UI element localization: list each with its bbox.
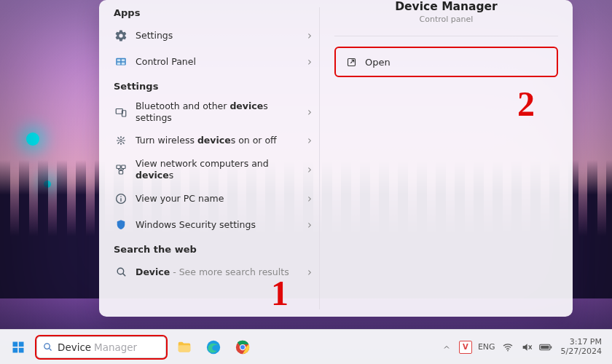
chevron-right-icon: › xyxy=(307,266,313,279)
preview-subtitle: Control panel xyxy=(320,15,573,24)
pinned-edge[interactable] xyxy=(203,336,224,358)
devices-icon xyxy=(112,103,130,121)
section-title-apps: Apps xyxy=(109,4,319,23)
result-view-pc-name[interactable]: View your PC name › xyxy=(109,186,319,212)
open-external-icon xyxy=(345,55,358,68)
chevron-right-icon: › xyxy=(307,163,313,176)
svg-rect-32 xyxy=(550,346,552,348)
result-wireless-toggle[interactable]: Turn wireless devices on or off › xyxy=(109,127,319,154)
result-label: View network computers and devices xyxy=(136,158,302,181)
edge-icon xyxy=(205,339,221,355)
windows-logo-icon xyxy=(11,340,26,355)
tray-date: 5/27/2024 xyxy=(561,347,602,357)
svg-rect-2 xyxy=(122,59,125,61)
svg-point-28 xyxy=(507,349,509,351)
svg-line-15 xyxy=(122,274,125,277)
chevron-right-icon: › xyxy=(307,134,313,147)
chevron-right-icon: › xyxy=(307,218,313,232)
taskbar: Manager V ENG xyxy=(0,329,612,364)
svg-rect-18 xyxy=(19,341,24,347)
pinned-file-explorer[interactable] xyxy=(173,336,195,358)
svg-rect-33 xyxy=(541,345,549,349)
result-label: Turn wireless devices on or off xyxy=(136,135,302,146)
tray-chevron-icon[interactable] xyxy=(440,341,453,354)
svg-rect-10 xyxy=(119,170,122,174)
chevron-right-icon: › xyxy=(307,29,313,42)
search-ghost-suggestion: Manager xyxy=(94,341,137,353)
airplane-mode-icon xyxy=(112,132,130,149)
tray-volume-icon[interactable] xyxy=(520,341,533,354)
svg-rect-5 xyxy=(116,108,122,114)
svg-rect-4 xyxy=(122,63,125,65)
svg-rect-20 xyxy=(19,347,24,352)
result-network-computers[interactable]: View network computers and devices › xyxy=(109,154,319,185)
result-label: Settings xyxy=(136,30,302,41)
preview-title: Device Manager xyxy=(320,0,573,13)
svg-point-7 xyxy=(120,140,122,142)
results-left-column: Apps Settings › Control Panel › Settings… xyxy=(99,0,319,317)
tray-unikey-icon[interactable]: V xyxy=(459,341,472,354)
tray-language[interactable]: ENG xyxy=(478,342,495,352)
section-title-settings: Settings xyxy=(109,78,319,96)
results-right-column: Device Manager Control panel Open xyxy=(320,0,573,317)
svg-rect-1 xyxy=(117,59,121,61)
svg-rect-17 xyxy=(13,341,18,347)
open-button[interactable]: Open xyxy=(334,47,558,77)
result-control-panel-app[interactable]: Control Panel › xyxy=(109,49,319,75)
preview-header: Device Manager Control panel xyxy=(320,0,573,31)
svg-point-13 xyxy=(120,196,122,197)
taskbar-left-group: Manager xyxy=(7,336,254,358)
chevron-right-icon: › xyxy=(307,106,313,119)
result-settings-app[interactable]: Settings › xyxy=(109,23,319,49)
chevron-right-icon: › xyxy=(307,192,313,205)
tray-battery-icon[interactable] xyxy=(539,341,552,354)
svg-rect-3 xyxy=(117,63,121,65)
result-label: Control Panel xyxy=(136,56,302,68)
svg-rect-23 xyxy=(178,345,191,352)
search-icon xyxy=(42,341,53,352)
result-label: View your PC name xyxy=(136,193,302,205)
section-title-web: Search the web xyxy=(109,241,319,259)
result-label: Bluetooth and other devices settings xyxy=(136,100,302,123)
preview-separator xyxy=(334,36,558,36)
taskbar-search-box[interactable]: Manager xyxy=(36,336,166,358)
svg-point-14 xyxy=(117,268,124,274)
tray-wifi-icon[interactable] xyxy=(501,341,514,354)
start-button[interactable] xyxy=(7,336,29,358)
folder-icon xyxy=(176,339,192,355)
tray-time: 3:17 PM xyxy=(561,338,602,347)
network-icon xyxy=(112,161,130,178)
gear-icon xyxy=(112,27,130,44)
annotation-2: 2 xyxy=(517,84,535,124)
annotation-1: 1 xyxy=(271,273,289,313)
pinned-chrome[interactable] xyxy=(232,336,254,358)
taskbar-search-input[interactable] xyxy=(58,341,93,353)
svg-rect-9 xyxy=(122,165,125,169)
svg-rect-19 xyxy=(13,347,18,352)
svg-point-21 xyxy=(44,344,50,349)
open-label: Open xyxy=(365,57,391,68)
shield-icon xyxy=(112,216,130,234)
result-bluetooth-devices[interactable]: Bluetooth and other devices settings › xyxy=(109,96,319,127)
svg-line-22 xyxy=(49,348,51,350)
result-windows-security[interactable]: Windows Security settings › xyxy=(109,212,319,238)
control-panel-icon xyxy=(112,53,130,71)
search-icon xyxy=(112,264,130,281)
result-label: Windows Security settings xyxy=(136,219,302,231)
svg-rect-8 xyxy=(117,165,120,169)
wallpaper-light xyxy=(26,132,39,146)
chrome-icon xyxy=(235,339,251,355)
start-search-panel: Apps Settings › Control Panel › Settings… xyxy=(99,0,573,317)
info-icon xyxy=(112,190,130,207)
svg-point-27 xyxy=(240,344,245,349)
system-tray: V ENG 3:17 PM 5/27/2024 xyxy=(440,338,605,356)
chevron-right-icon: › xyxy=(307,55,313,68)
tray-clock[interactable]: 3:17 PM 5/27/2024 xyxy=(558,338,605,356)
